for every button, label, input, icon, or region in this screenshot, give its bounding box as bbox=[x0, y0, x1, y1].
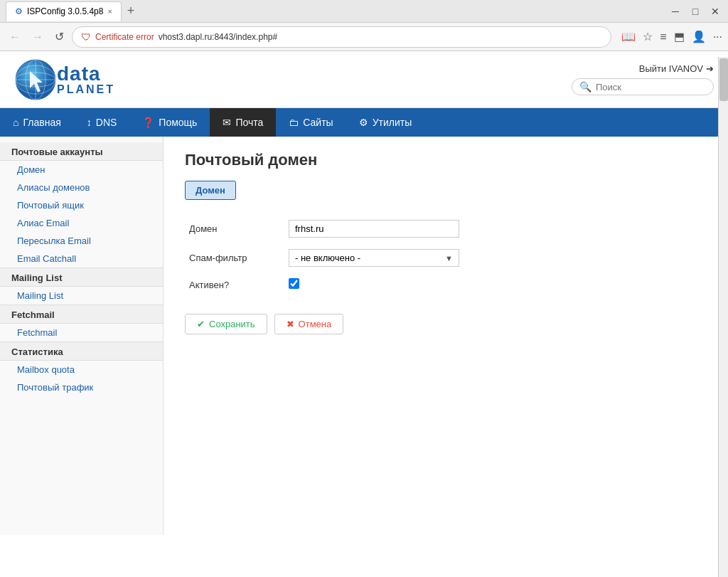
tab-close-button[interactable]: × bbox=[107, 7, 112, 16]
tab-domain-button[interactable]: Домен bbox=[185, 181, 236, 200]
logout-link[interactable]: Выйти IVANOV ➔ bbox=[639, 63, 714, 74]
mail-icon: ✉ bbox=[223, 117, 231, 128]
logo-text: data PLANET bbox=[57, 64, 115, 95]
menu-button[interactable]: ≡ bbox=[660, 30, 666, 43]
sidebar-item-email-forward[interactable]: Пересылка Email bbox=[0, 232, 163, 250]
logout-icon: ➔ bbox=[706, 63, 714, 74]
main-content: Почтовый домен Домен Домен Спам-фильтр bbox=[164, 137, 728, 535]
cert-error-label: Certificate error bbox=[95, 32, 154, 42]
sidebar-section-fetchmail: Fetchmail bbox=[0, 305, 163, 324]
form-row-active: Активен? bbox=[185, 272, 707, 297]
sidebar-item-mail-traffic[interactable]: Почтовый трафик bbox=[0, 379, 163, 396]
header-right: Выйти IVANOV ➔ 🔍 bbox=[572, 63, 714, 95]
sidebar-item-domain-aliases[interactable]: Алиасы доменов bbox=[0, 179, 163, 196]
domain-input[interactable] bbox=[289, 220, 459, 238]
browser-toolbar-icons: 📖 ☆ ≡ ⬒ 👤 ··· bbox=[621, 30, 722, 43]
sidebar-item-fetchmail[interactable]: Fetchmail bbox=[0, 324, 163, 342]
title-bar: ⚙ ISPConfig 3.0.5.4p8 × + ─ □ ✕ bbox=[0, 0, 728, 23]
sidebar-item-email-catchall[interactable]: Email Catchall bbox=[0, 250, 163, 268]
cert-error-icon: 🛡 bbox=[81, 31, 91, 43]
cancel-label: Отмена bbox=[299, 319, 332, 329]
reader-view-button[interactable]: 📖 bbox=[621, 30, 636, 43]
save-label: Сохранить bbox=[209, 319, 255, 329]
main-nav: ⌂ Главная ↕ DNS ❓ Помощь ✉ Почта 🗀 Сайты… bbox=[0, 108, 728, 137]
logo-globe bbox=[14, 58, 57, 101]
nav-home-label: Главная bbox=[23, 117, 60, 128]
more-button[interactable]: ··· bbox=[713, 30, 722, 43]
content-area: Почтовые аккаунты Домен Алиасы доменов П… bbox=[0, 137, 728, 535]
search-box[interactable]: 🔍 bbox=[572, 78, 714, 95]
scrollbar[interactable] bbox=[718, 57, 728, 577]
nav-item-sites[interactable]: 🗀 Сайты bbox=[276, 108, 346, 137]
form-row-spam-filter: Спам-фильтр - не включено - ▼ bbox=[185, 243, 707, 272]
utils-icon: ⚙ bbox=[359, 117, 368, 128]
dns-icon: ↕ bbox=[87, 117, 92, 128]
close-button[interactable]: ✕ bbox=[708, 4, 722, 18]
home-icon: ⌂ bbox=[13, 117, 18, 128]
forward-button[interactable]: → bbox=[28, 29, 47, 45]
sidebar-item-mailbox[interactable]: Почтовый ящик bbox=[0, 196, 163, 214]
nav-item-dns[interactable]: ↕ DNS bbox=[74, 108, 130, 137]
tab-title: ISPConfig 3.0.5.4p8 bbox=[27, 6, 103, 16]
minimize-button[interactable]: ─ bbox=[668, 4, 682, 18]
nav-item-utils[interactable]: ⚙ Утилиты bbox=[346, 108, 425, 137]
form-row-domain: Домен bbox=[185, 214, 707, 243]
browser-tab[interactable]: ⚙ ISPConfig 3.0.5.4p8 × bbox=[6, 1, 122, 21]
window-controls: ─ □ ✕ bbox=[668, 4, 722, 18]
share-button[interactable]: ⬒ bbox=[674, 30, 685, 43]
spam-filter-wrapper: - не включено - ▼ bbox=[289, 249, 702, 267]
active-checkbox[interactable] bbox=[289, 278, 299, 289]
nav-item-home[interactable]: ⌂ Главная bbox=[0, 108, 74, 137]
scrollbar-thumb[interactable] bbox=[719, 58, 728, 101]
nav-mail-label: Почта bbox=[235, 117, 263, 128]
sidebar-section-mail-accounts: Почтовые аккаунты bbox=[0, 142, 163, 161]
app-header: data PLANET Выйти IVANOV ➔ 🔍 bbox=[0, 51, 728, 108]
sidebar-section-statistics: Статистика bbox=[0, 342, 163, 361]
save-button[interactable]: ✔ Сохранить bbox=[185, 314, 267, 334]
sidebar-item-email-alias[interactable]: Алиас Email bbox=[0, 214, 163, 232]
address-text: vhost3.dapl.ru:8443/index.php# bbox=[159, 32, 277, 42]
spam-filter-select[interactable]: - не включено - bbox=[289, 249, 459, 267]
sidebar: Почтовые аккаунты Домен Алиасы доменов П… bbox=[0, 137, 164, 535]
nav-utils-label: Утилиты bbox=[373, 117, 412, 128]
nav-sites-label: Сайты bbox=[303, 117, 333, 128]
sidebar-item-mailbox-quota[interactable]: Mailbox quota bbox=[0, 361, 163, 379]
sidebar-section-mailing-list: Mailing List bbox=[0, 268, 163, 287]
logo-area: data PLANET bbox=[14, 58, 115, 101]
nav-item-help[interactable]: ❓ Помощь bbox=[129, 108, 210, 137]
sidebar-item-mailing-list[interactable]: Mailing List bbox=[0, 287, 163, 305]
cancel-x-icon: ✖ bbox=[287, 319, 294, 329]
save-check-icon: ✔ bbox=[197, 319, 205, 329]
bookmark-button[interactable]: ☆ bbox=[643, 30, 653, 43]
page-title: Почтовый домен bbox=[185, 151, 707, 169]
active-label: Активен? bbox=[185, 272, 284, 297]
new-tab-button[interactable]: + bbox=[123, 4, 139, 18]
account-button[interactable]: 👤 bbox=[692, 30, 706, 43]
form-actions: ✔ Сохранить ✖ Отмена bbox=[185, 314, 707, 334]
address-bar[interactable]: 🛡 Certificate error vhost3.dapl.ru:8443/… bbox=[72, 26, 611, 48]
search-icon: 🔍 bbox=[579, 81, 592, 92]
logout-label: Выйти IVANOV bbox=[639, 63, 703, 74]
tab-buttons: Домен bbox=[185, 181, 707, 200]
nav-help-label: Помощь bbox=[159, 117, 197, 128]
logo-planet-text: PLANET bbox=[57, 84, 115, 95]
maximize-button[interactable]: □ bbox=[688, 4, 702, 18]
logo-data-text: data bbox=[57, 64, 115, 84]
spam-filter-label: Спам-фильтр bbox=[185, 243, 284, 272]
sidebar-item-domain[interactable]: Домен bbox=[0, 161, 163, 179]
back-button[interactable]: ← bbox=[6, 29, 24, 45]
search-input[interactable] bbox=[596, 82, 706, 92]
nav-dns-label: DNS bbox=[96, 117, 117, 128]
cancel-button[interactable]: ✖ Отмена bbox=[274, 314, 344, 334]
nav-item-mail[interactable]: ✉ Почта bbox=[210, 108, 276, 137]
help-icon: ❓ bbox=[142, 117, 154, 128]
form-table: Домен Спам-фильтр - не включено - ▼ bbox=[185, 214, 707, 297]
domain-label: Домен bbox=[185, 214, 284, 243]
address-bar-row: ← → ↺ 🛡 Certificate error vhost3.dapl.ru… bbox=[0, 23, 728, 51]
refresh-button[interactable]: ↺ bbox=[51, 28, 68, 45]
browser-window: ⚙ ISPConfig 3.0.5.4p8 × + ─ □ ✕ ← → ↺ 🛡 … bbox=[0, 0, 728, 577]
sites-icon: 🗀 bbox=[289, 117, 299, 128]
